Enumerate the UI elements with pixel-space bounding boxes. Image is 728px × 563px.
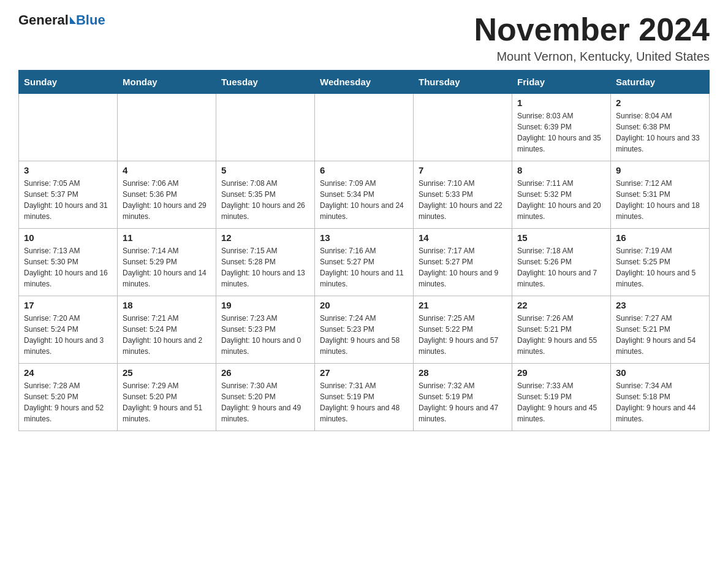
day-number: 10 (24, 232, 112, 243)
calendar-cell: 13Sunrise: 7:16 AMSunset: 5:27 PMDayligh… (315, 229, 414, 296)
day-number: 16 (616, 232, 704, 243)
day-number: 6 (320, 165, 408, 175)
week-row-2: 3Sunrise: 7:05 AMSunset: 5:37 PMDaylight… (19, 161, 710, 229)
day-info: Sunrise: 7:18 AMSunset: 5:26 PMDaylight:… (517, 245, 605, 289)
weekday-header-saturday: Saturday (611, 71, 710, 94)
calendar-cell: 11Sunrise: 7:14 AMSunset: 5:29 PMDayligh… (118, 229, 216, 296)
day-number: 24 (24, 367, 112, 378)
month-title: November 2024 (474, 12, 710, 47)
day-number: 20 (320, 300, 408, 310)
day-info: Sunrise: 7:33 AMSunset: 5:19 PMDaylight:… (517, 380, 605, 424)
day-number: 30 (616, 367, 704, 378)
week-row-5: 24Sunrise: 7:28 AMSunset: 5:20 PMDayligh… (19, 364, 710, 431)
calendar-cell (19, 94, 118, 161)
day-info: Sunrise: 7:06 AMSunset: 5:36 PMDaylight:… (123, 178, 211, 222)
weekday-header-monday: Monday (118, 71, 216, 94)
day-info: Sunrise: 7:16 AMSunset: 5:27 PMDaylight:… (320, 245, 408, 289)
day-info: Sunrise: 8:04 AMSunset: 6:38 PMDaylight:… (616, 110, 704, 155)
calendar-cell: 8Sunrise: 7:11 AMSunset: 5:32 PMDaylight… (512, 161, 611, 229)
day-info: Sunrise: 7:29 AMSunset: 5:20 PMDaylight:… (123, 380, 211, 424)
day-number: 11 (123, 232, 211, 243)
day-info: Sunrise: 7:13 AMSunset: 5:30 PMDaylight:… (24, 245, 112, 289)
calendar-cell (414, 94, 512, 161)
calendar-cell: 3Sunrise: 7:05 AMSunset: 5:37 PMDaylight… (19, 161, 118, 229)
day-info: Sunrise: 7:19 AMSunset: 5:25 PMDaylight:… (616, 245, 704, 289)
day-number: 1 (517, 98, 605, 108)
day-info: Sunrise: 7:26 AMSunset: 5:21 PMDaylight:… (517, 313, 605, 357)
header: General Blue November 2024 Mount Vernon,… (18, 12, 710, 64)
calendar-cell: 26Sunrise: 7:30 AMSunset: 5:20 PMDayligh… (216, 364, 315, 431)
day-info: Sunrise: 7:28 AMSunset: 5:20 PMDaylight:… (24, 380, 112, 424)
day-number: 2 (616, 98, 704, 108)
week-row-4: 17Sunrise: 7:20 AMSunset: 5:24 PMDayligh… (19, 296, 710, 364)
calendar-table: SundayMondayTuesdayWednesdayThursdayFrid… (18, 70, 710, 431)
day-info: Sunrise: 7:27 AMSunset: 5:21 PMDaylight:… (616, 313, 704, 357)
day-info: Sunrise: 7:17 AMSunset: 5:27 PMDaylight:… (419, 245, 507, 289)
calendar-cell: 18Sunrise: 7:21 AMSunset: 5:24 PMDayligh… (118, 296, 216, 364)
calendar-header-row: SundayMondayTuesdayWednesdayThursdayFrid… (19, 71, 710, 94)
day-info: Sunrise: 7:21 AMSunset: 5:24 PMDaylight:… (123, 313, 211, 357)
calendar-cell (118, 94, 216, 161)
weekday-header-wednesday: Wednesday (315, 71, 414, 94)
calendar-cell: 16Sunrise: 7:19 AMSunset: 5:25 PMDayligh… (611, 229, 710, 296)
week-row-3: 10Sunrise: 7:13 AMSunset: 5:30 PMDayligh… (19, 229, 710, 296)
calendar-cell: 24Sunrise: 7:28 AMSunset: 5:20 PMDayligh… (19, 364, 118, 431)
day-info: Sunrise: 7:24 AMSunset: 5:23 PMDaylight:… (320, 313, 408, 357)
day-info: Sunrise: 7:20 AMSunset: 5:24 PMDaylight:… (24, 313, 112, 357)
calendar-cell: 7Sunrise: 7:10 AMSunset: 5:33 PMDaylight… (414, 161, 512, 229)
week-row-1: 1Sunrise: 8:03 AMSunset: 6:39 PMDaylight… (19, 94, 710, 161)
calendar-cell: 15Sunrise: 7:18 AMSunset: 5:26 PMDayligh… (512, 229, 611, 296)
day-info: Sunrise: 7:25 AMSunset: 5:22 PMDaylight:… (419, 313, 507, 357)
day-number: 23 (616, 300, 704, 310)
day-number: 14 (419, 232, 507, 243)
day-number: 28 (419, 367, 507, 378)
day-number: 12 (221, 232, 309, 243)
day-info: Sunrise: 7:09 AMSunset: 5:34 PMDaylight:… (320, 178, 408, 222)
day-number: 9 (616, 165, 704, 175)
day-number: 21 (419, 300, 507, 310)
calendar-cell: 27Sunrise: 7:31 AMSunset: 5:19 PMDayligh… (315, 364, 414, 431)
day-info: Sunrise: 7:14 AMSunset: 5:29 PMDaylight:… (123, 245, 211, 289)
logo-blue: Blue (76, 12, 105, 28)
weekday-header-thursday: Thursday (414, 71, 512, 94)
day-info: Sunrise: 7:15 AMSunset: 5:28 PMDaylight:… (221, 245, 309, 289)
day-info: Sunrise: 7:12 AMSunset: 5:31 PMDaylight:… (616, 178, 704, 222)
day-number: 25 (123, 367, 211, 378)
calendar-cell (216, 94, 315, 161)
day-number: 13 (320, 232, 408, 243)
calendar-cell: 21Sunrise: 7:25 AMSunset: 5:22 PMDayligh… (414, 296, 512, 364)
day-info: Sunrise: 7:23 AMSunset: 5:23 PMDaylight:… (221, 313, 309, 357)
calendar-cell: 12Sunrise: 7:15 AMSunset: 5:28 PMDayligh… (216, 229, 315, 296)
calendar-cell (315, 94, 414, 161)
calendar-cell: 29Sunrise: 7:33 AMSunset: 5:19 PMDayligh… (512, 364, 611, 431)
logo-area: General Blue (18, 12, 105, 28)
calendar-cell: 30Sunrise: 7:34 AMSunset: 5:18 PMDayligh… (611, 364, 710, 431)
day-info: Sunrise: 7:11 AMSunset: 5:32 PMDaylight:… (517, 178, 605, 222)
calendar-cell: 23Sunrise: 7:27 AMSunset: 5:21 PMDayligh… (611, 296, 710, 364)
weekday-header-friday: Friday (512, 71, 611, 94)
day-number: 8 (517, 165, 605, 175)
calendar-cell: 28Sunrise: 7:32 AMSunset: 5:19 PMDayligh… (414, 364, 512, 431)
logo-general: General (18, 12, 69, 28)
calendar-cell: 9Sunrise: 7:12 AMSunset: 5:31 PMDaylight… (611, 161, 710, 229)
calendar-cell: 1Sunrise: 8:03 AMSunset: 6:39 PMDaylight… (512, 94, 611, 161)
day-info: Sunrise: 8:03 AMSunset: 6:39 PMDaylight:… (517, 110, 605, 155)
calendar-cell: 5Sunrise: 7:08 AMSunset: 5:35 PMDaylight… (216, 161, 315, 229)
title-area: November 2024 Mount Vernon, Kentucky, Un… (474, 12, 710, 64)
day-number: 27 (320, 367, 408, 378)
day-number: 7 (419, 165, 507, 175)
day-number: 3 (24, 165, 112, 175)
weekday-header-sunday: Sunday (19, 71, 118, 94)
day-number: 22 (517, 300, 605, 310)
day-info: Sunrise: 7:05 AMSunset: 5:37 PMDaylight:… (24, 178, 112, 222)
calendar-cell: 10Sunrise: 7:13 AMSunset: 5:30 PMDayligh… (19, 229, 118, 296)
calendar-cell: 17Sunrise: 7:20 AMSunset: 5:24 PMDayligh… (19, 296, 118, 364)
day-number: 29 (517, 367, 605, 378)
day-number: 17 (24, 300, 112, 310)
calendar-cell: 22Sunrise: 7:26 AMSunset: 5:21 PMDayligh… (512, 296, 611, 364)
day-number: 19 (221, 300, 309, 310)
day-info: Sunrise: 7:10 AMSunset: 5:33 PMDaylight:… (419, 178, 507, 222)
day-number: 26 (221, 367, 309, 378)
logo-arrow-icon (70, 17, 76, 24)
day-info: Sunrise: 7:08 AMSunset: 5:35 PMDaylight:… (221, 178, 309, 222)
